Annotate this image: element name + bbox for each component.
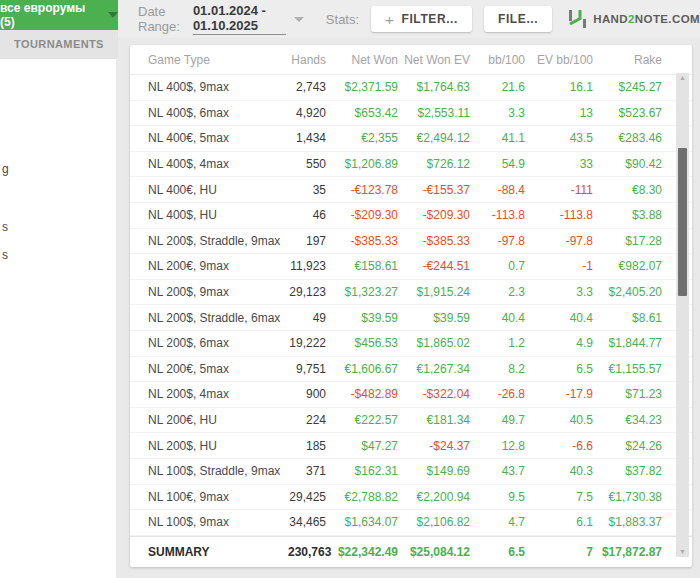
scroll-up-icon[interactable]: ▲ [676,73,689,83]
cell-ev-bb100: 6.5 [525,362,593,376]
column-header[interactable]: Rake [593,53,662,67]
cell-ev-bb100: -1 [525,259,593,273]
cell-net-won-ev: -$322.04 [398,387,470,401]
cell-hands: 197 [288,234,326,248]
table-row[interactable]: NL 100$, Straddle, 9max371$162.31$149.69… [130,459,692,485]
cell-rake: €8.30 [593,183,662,197]
table-row[interactable]: NL 200€, 9max11,923€158.61-€244.510.7-1€… [130,254,692,280]
cell-net-won: $456.53 [326,336,398,350]
cell-game: NL 400$, 4max [130,157,288,171]
table-row[interactable]: NL 400$, HU46-$209.30-$209.30-113.8-113.… [130,203,692,229]
cell-net-won-ev: €2,200.94 [398,490,470,504]
cell-net-won: $1,634.07 [326,515,398,529]
scrollbar-thumb[interactable] [678,148,687,296]
table-row[interactable]: NL 200$, 6max19,222$456.53$1,865.021.24.… [130,331,692,357]
summary-row: SUMMARY230,763$22,342.49$25,084.126.57$1… [130,536,692,567]
cell-rake: $90.42 [593,157,662,171]
cell-net-won-ev: $25,084.12 [398,545,470,559]
cell-bb100: -97.8 [470,234,525,248]
filter-button[interactable]: + FILTER... [371,6,472,32]
cell-ev-bb100: 7 [525,545,593,559]
cell-net-won-ev: €181.34 [398,413,470,427]
cell-bb100: 6.5 [470,545,525,559]
cell-game: NL 400€, 5max [130,131,288,145]
vertical-scrollbar[interactable]: ▲ ▼ [676,73,689,557]
cell-bb100: 9.5 [470,490,525,504]
date-range-caret-icon[interactable] [294,17,304,22]
cell-ev-bb100: -17.9 [525,387,593,401]
cell-net-won-ev: $2,106.82 [398,515,470,529]
date-range-value[interactable]: 01.01.2024 - 01.10.2025 [193,3,286,35]
cell-bb100: -113.8 [470,208,525,222]
cell-game: NL 400$, HU [130,208,288,222]
cell-bb100: -26.8 [470,387,525,401]
column-header[interactable]: Hands [288,53,326,67]
cell-rake: €34.23 [593,413,662,427]
column-header[interactable]: EV bb/100 [525,53,593,67]
column-header[interactable]: bb/100 [470,53,525,67]
table-row[interactable]: NL 200$, Straddle, 9max197-$385.33-$385.… [130,229,692,255]
table-row[interactable]: NL 200$, 9max29,123$1,323.27$1,915.242.3… [130,280,692,306]
cell-net-won: €158.61 [326,259,398,273]
room-selector-caret-icon [108,12,118,18]
table-row[interactable]: NL 100$, 9max34,465$1,634.07$2,106.824.7… [130,510,692,536]
table-row[interactable]: NL 400€, 5max1,434€2,355€2,494.1241.143.… [130,126,692,152]
cell-rake: €982.07 [593,259,662,273]
table-row[interactable]: NL 400€, HU35-€123.78-€155.37-88.4-111€8… [130,177,692,203]
cell-game: NL 200$, 4max [130,387,288,401]
column-header[interactable]: Game Type [130,53,288,67]
cell-net-won-ev: $1,764.63 [398,80,470,94]
table-row[interactable]: NL 200$, HU185$47.27-$24.3712.8-6.6$24.2… [130,433,692,459]
cell-game: NL 200$, HU [130,439,288,453]
cell-hands: 185 [288,439,326,453]
cell-rake: $245.27 [593,80,662,94]
cell-net-won: $1,206.89 [326,157,398,171]
cell-hands: 11,923 [288,259,326,273]
cell-game: NL 200$, Straddle, 6max [130,311,288,325]
cell-rake: $1,844.77 [593,336,662,350]
stats-label: Stats: [326,12,359,27]
cell-rake: €283.46 [593,131,662,145]
cell-net-won-ev: -€155.37 [398,183,470,197]
cell-game: NL 200€, HU [130,413,288,427]
table-row[interactable]: NL 200$, 4max900-$482.89-$322.04-26.8-17… [130,382,692,408]
cell-rake: $24.26 [593,439,662,453]
cell-rake: $37.82 [593,464,662,478]
column-header[interactable]: Net Won [326,53,398,67]
table-header-row: Game TypeHandsNet WonNet Won EVbb/100EV … [130,45,692,75]
cell-net-won: $47.27 [326,439,398,453]
table-row[interactable]: NL 200€, HU224€222.57€181.3449.740.5€34.… [130,408,692,434]
cell-game: NL 200$, 9max [130,285,288,299]
file-button[interactable]: FILE... [484,6,552,32]
table-row[interactable]: NL 400$, 6max4,920$653.42$2,553.113.313$… [130,101,692,127]
cell-bb100: 4.7 [470,515,525,529]
cell-rake: $3.88 [593,208,662,222]
cell-ev-bb100: -111 [525,183,593,197]
hand2note-logo-icon [568,8,588,30]
cell-rake: $8.61 [593,311,662,325]
cell-game: NL 400$, 6max [130,106,288,120]
cell-bb100: 21.6 [470,80,525,94]
cell-net-won: $653.42 [326,106,398,120]
table-row[interactable]: NL 400$, 9max2,743$2,371.59$1,764.6321.6… [130,75,692,101]
table-row[interactable]: NL 200€, 5max9,751€1,606.67€1,267.348.26… [130,357,692,383]
column-header[interactable]: Net Won EV [398,53,470,67]
tab-tournaments[interactable]: TOURNAMENTS [0,30,118,58]
cell-bb100: 43.7 [470,464,525,478]
cell-rake: $523.67 [593,106,662,120]
table-row[interactable]: NL 400$, 4max550$1,206.89$726.1254.933$9… [130,152,692,178]
cell-bb100: 8.2 [470,362,525,376]
scroll-down-icon[interactable]: ▼ [676,547,689,557]
cell-ev-bb100: -6.6 [525,439,593,453]
cell-bb100: 1.2 [470,336,525,350]
cell-hands: 46 [288,208,326,222]
room-selector-dropdown[interactable]: все еврорумы (5) [0,0,118,30]
cell-bb100: 49.7 [470,413,525,427]
cell-net-won-ev: $726.12 [398,157,470,171]
cell-hands: 224 [288,413,326,427]
table-row[interactable]: NL 100€, 9max29,425€2,788.82€2,200.949.5… [130,485,692,511]
filter-button-label: FILTER... [401,12,458,26]
hand2note-logo-text: HAND2NOTE.COM [593,13,700,25]
table-body: NL 400$, 9max2,743$2,371.59$1,764.6321.6… [130,75,692,536]
table-row[interactable]: NL 200$, Straddle, 6max49$39.59$39.5940.… [130,305,692,331]
